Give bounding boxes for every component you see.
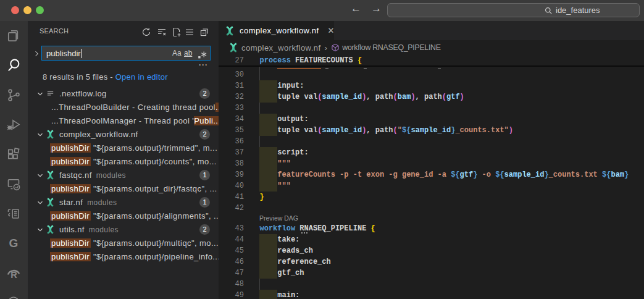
svg-text:R: R (10, 270, 17, 280)
